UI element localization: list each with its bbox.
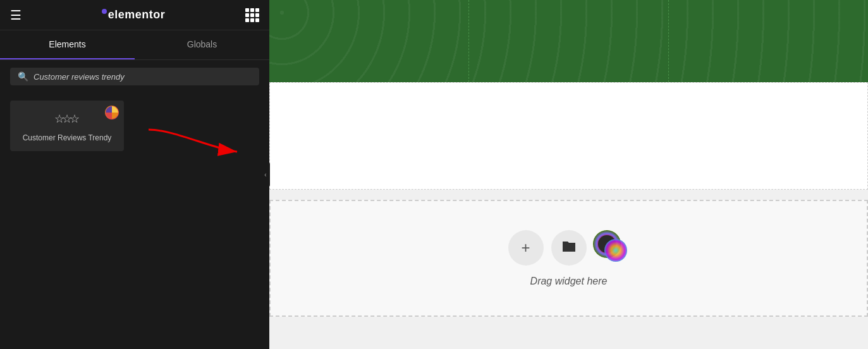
search-input[interactable] xyxy=(34,72,252,82)
widget-label: Customer Reviews Trendy xyxy=(23,133,112,144)
tab-globals[interactable]: Globals xyxy=(135,30,269,59)
search-input-wrap: 🔍 xyxy=(10,68,259,85)
elementor-logo: elementor xyxy=(102,8,166,21)
panel-header: ☰ elementor xyxy=(0,0,269,30)
theme-builder-button[interactable] xyxy=(594,230,630,266)
canvas-top-green xyxy=(269,0,868,82)
header-left: ☰ xyxy=(10,8,21,23)
palette-icon xyxy=(593,230,631,266)
plus-icon: + xyxy=(521,239,530,257)
collapse-panel-handle[interactable]: ‹ xyxy=(261,162,270,187)
grid-icon[interactable] xyxy=(245,8,259,22)
template-library-button[interactable] xyxy=(551,230,587,266)
widget-icon-stars: ☆ ☆ ☆ xyxy=(54,108,80,128)
blue-dot xyxy=(102,9,107,14)
drag-widget-label: Drag widget here xyxy=(530,276,608,287)
grid-col-2 xyxy=(469,0,669,82)
chevron-left-icon: ‹ xyxy=(264,171,266,178)
tab-elements[interactable]: Elements xyxy=(0,30,135,59)
search-icon: 🔍 xyxy=(18,71,28,82)
add-widget-button[interactable]: + xyxy=(508,230,544,266)
right-canvas: + xyxy=(269,0,868,349)
hamburger-icon[interactable]: ☰ xyxy=(10,8,21,23)
canvas-drop-zone[interactable]: + xyxy=(269,200,868,317)
canvas-grid-lines xyxy=(269,0,868,82)
grid-col-1 xyxy=(269,0,469,82)
search-bar: 🔍 xyxy=(0,60,269,93)
folder-icon xyxy=(561,239,577,257)
svg-text:☆: ☆ xyxy=(70,113,80,124)
left-panel: ☰ elementor Elements Globals 🔍 xyxy=(0,0,269,349)
svg-point-6 xyxy=(604,239,627,262)
canvas-middle-white xyxy=(269,82,868,190)
widget-grid: ☆ ☆ ☆ Customer Reviews Trendy xyxy=(0,93,269,159)
panel-tabs: Elements Globals xyxy=(0,30,269,60)
drag-widget-actions: + xyxy=(508,230,630,266)
widget-card-customer-reviews-trendy[interactable]: ☆ ☆ ☆ Customer Reviews Trendy xyxy=(10,101,124,151)
grid-col-3 xyxy=(669,0,868,82)
widget-badge xyxy=(105,106,119,119)
